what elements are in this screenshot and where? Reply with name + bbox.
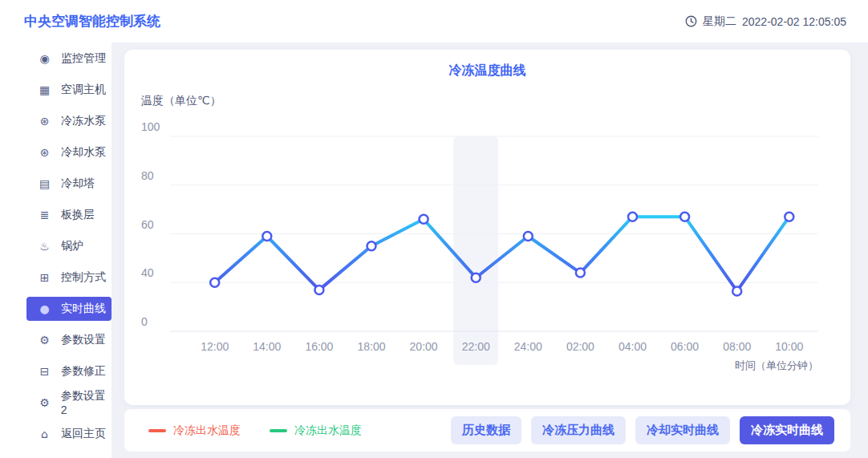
x-tick-label: 10:00: [775, 340, 803, 353]
sidebar-item-parameter-settings-2[interactable]: ⚙参数设置2: [26, 391, 112, 415]
sidebar-item-label: 参数设置: [61, 333, 106, 347]
main-area: 冷冻温度曲线 温度（单位℃）040608010012:0014:0016:001…: [112, 43, 868, 458]
app-root: 中央空调智能控制系统 星期二 2022-02-02 12:05:05 ◉监控管理…: [0, 0, 868, 458]
cooling-tower-icon: ▤: [38, 177, 51, 190]
sidebar-item-label: 监控管理: [61, 51, 106, 66]
sidebar-item-label: 空调主机: [61, 83, 106, 97]
x-tick-label: 02:00: [566, 340, 594, 353]
temperature-line-chart[interactable]: 温度（单位℃）040608010012:0014:0016:0018:0020:…: [124, 50, 850, 405]
sidebar-item-label: 冷却塔: [61, 176, 95, 191]
x-tick-label: 14:00: [253, 340, 281, 353]
data-point-marker[interactable]: [314, 286, 323, 294]
ac-host-icon: ▦: [38, 83, 51, 96]
data-point-marker[interactable]: [262, 232, 271, 241]
footer-bar: 冷冻出水温度冷冻出水温度 历史数据冷冻压力曲线冷却实时曲线冷冻实时曲线: [124, 409, 850, 452]
legend-item[interactable]: 冷冻出水温度: [270, 424, 362, 438]
legend-label: 冷冻出水温度: [173, 424, 241, 438]
x-tick-label: 06:00: [671, 340, 699, 353]
legend-label: 冷冻出水温度: [294, 424, 362, 438]
sidebar-item-cooling-tower[interactable]: ▤冷却塔: [26, 172, 112, 196]
sidebar-item-monitoring-management[interactable]: ◉监控管理: [26, 47, 112, 71]
sidebar-item-label: 板换层: [61, 208, 95, 222]
datetime-label: 2022-02-02 12:05:05: [742, 15, 846, 28]
sidebar-item-plate-exchange-layer[interactable]: ≣板换层: [26, 203, 112, 227]
button-history-data[interactable]: 历史数据: [451, 416, 521, 444]
content-area: ◉监控管理▦空调主机⊛冷冻水泵⊛冷却水泵▤冷却塔≣板换层♨锅炉⊞控制方式●实时曲…: [0, 43, 868, 458]
sidebar-item-label: 参数修正: [61, 364, 106, 379]
weekday-label: 星期二: [703, 14, 736, 29]
y-tick-label: 40: [141, 266, 154, 279]
button-freeze-realtime-curve[interactable]: 冷冻实时曲线: [740, 416, 834, 444]
clock-icon: [685, 15, 697, 27]
dot-icon: ●: [38, 302, 51, 315]
sidebar: ◉监控管理▦空调主机⊛冷冻水泵⊛冷却水泵▤冷却塔≣板换层♨锅炉⊞控制方式●实时曲…: [0, 43, 112, 458]
legend-dash-icon: [148, 429, 166, 432]
legend-item[interactable]: 冷冻出水温度: [148, 424, 241, 438]
header: 中央空调智能控制系统 星期二 2022-02-02 12:05:05: [0, 0, 868, 43]
sidebar-item-realtime-curve[interactable]: ●实时曲线: [26, 297, 112, 321]
y-axis-title: 温度（单位℃）: [140, 94, 221, 107]
header-datetime: 星期二 2022-02-02 12:05:05: [685, 14, 846, 29]
pump-icon: ⊛: [38, 146, 51, 159]
x-tick-label: 20:00: [410, 340, 438, 353]
data-point-marker[interactable]: [576, 269, 585, 278]
action-buttons: 历史数据冷冻压力曲线冷却实时曲线冷冻实时曲线: [451, 416, 834, 444]
y-tick-label: 0: [141, 315, 148, 328]
webcam-icon: ◉: [38, 52, 51, 65]
sidebar-item-ac-main-unit[interactable]: ▦空调主机: [26, 78, 112, 102]
pump-icon: ⊛: [38, 115, 51, 128]
legend-dash-icon: [270, 429, 287, 432]
data-point-marker[interactable]: [732, 286, 741, 295]
gear-icon: ⚙: [38, 396, 51, 409]
hover-band: [453, 136, 498, 365]
gear-icon: ⚙: [38, 334, 51, 347]
data-point-marker[interactable]: [785, 213, 793, 221]
sidebar-item-label: 控制方式: [61, 270, 106, 285]
data-point-marker[interactable]: [210, 278, 219, 287]
layers-icon: ≣: [38, 209, 51, 221]
button-freeze-pressure-curve[interactable]: 冷冻压力曲线: [531, 416, 626, 444]
data-point-marker[interactable]: [680, 213, 689, 221]
x-axis-title: 时间（单位分钟）: [735, 359, 818, 371]
sidebar-item-back-home[interactable]: ⌂返回主页: [26, 422, 112, 446]
app-title: 中央空调智能控制系统: [24, 12, 160, 30]
sidebar-item-label: 参数设置2: [61, 389, 112, 416]
sidebar-item-control-mode[interactable]: ⊞控制方式: [26, 265, 112, 290]
x-tick-label: 12:00: [201, 340, 229, 353]
data-point-marker[interactable]: [628, 213, 637, 221]
sidebar-item-cooling-water-pump[interactable]: ⊛冷却水泵: [26, 140, 112, 164]
data-point-marker[interactable]: [524, 232, 533, 241]
data-point-marker[interactable]: [367, 241, 376, 250]
form-icon: ⊟: [38, 365, 51, 378]
sidebar-item-label: 锅炉: [61, 239, 83, 253]
chart-card: 冷冻温度曲线 温度（单位℃）040608010012:0014:0016:001…: [124, 50, 850, 405]
y-tick-label: 60: [141, 218, 154, 231]
temperature-line: [215, 217, 789, 291]
x-tick-label: 16:00: [305, 340, 333, 353]
sidebar-item-label: 返回主页: [61, 427, 106, 441]
y-tick-label: 100: [141, 120, 160, 133]
data-point-marker[interactable]: [472, 274, 481, 282]
home-icon: ⌂: [38, 428, 51, 440]
sidebar-item-parameter-correction[interactable]: ⊟参数修正: [26, 359, 112, 383]
x-tick-label: 04:00: [619, 340, 647, 353]
boiler-icon: ♨: [38, 240, 51, 253]
x-tick-label: 24:00: [514, 340, 542, 353]
x-tick-label: 22:00: [462, 340, 490, 353]
sidebar-item-label: 冷冻水泵: [61, 114, 106, 128]
x-tick-label: 08:00: [723, 340, 751, 353]
sidebar-item-label: 冷却水泵: [61, 145, 106, 160]
grid-icon: ⊞: [38, 271, 51, 284]
data-point-marker[interactable]: [420, 215, 428, 224]
x-tick-label: 18:00: [357, 340, 385, 353]
chart-legend: 冷冻出水温度冷冻出水温度: [148, 424, 362, 438]
sidebar-item-parameter-settings[interactable]: ⚙参数设置: [26, 328, 112, 352]
button-cooling-realtime-curve[interactable]: 冷却实时曲线: [635, 416, 730, 444]
sidebar-item-boiler[interactable]: ♨锅炉: [26, 234, 112, 258]
y-tick-label: 80: [141, 169, 154, 182]
sidebar-item-chilled-water-pump[interactable]: ⊛冷冻水泵: [26, 109, 112, 133]
sidebar-item-label: 实时曲线: [61, 302, 106, 316]
